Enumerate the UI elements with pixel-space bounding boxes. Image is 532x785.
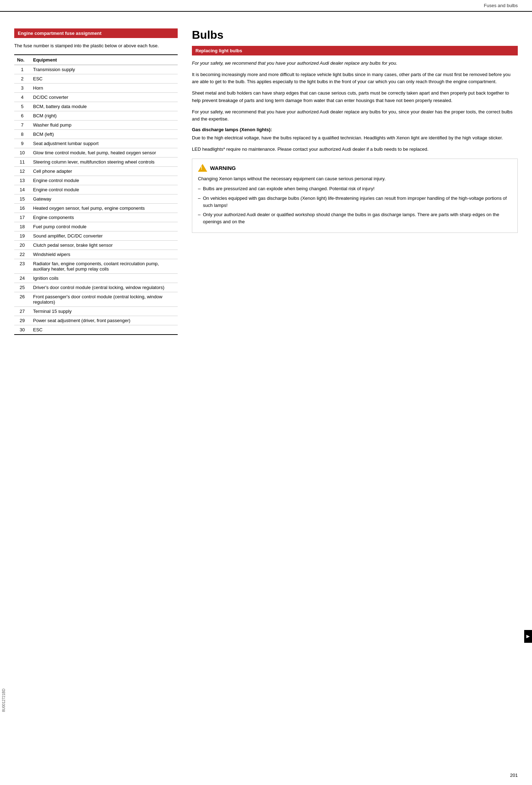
engine-compartment-heading: Engine compartment fuse assignment bbox=[14, 28, 178, 38]
table-header-equipment: Equipment bbox=[30, 55, 178, 65]
fuse-no: 14 bbox=[14, 185, 30, 194]
page-header-title: Fuses and bulbs bbox=[484, 3, 518, 8]
page-number: 201 bbox=[510, 773, 518, 778]
table-row: 20Clutch pedal sensor, brake light senso… bbox=[14, 240, 178, 250]
fuse-equipment: Engine control module bbox=[30, 185, 178, 194]
bulbs-title: Bulbs bbox=[192, 28, 518, 42]
fuse-no: 11 bbox=[14, 157, 30, 166]
fuse-no: 20 bbox=[14, 240, 30, 250]
replacing-heading: Replacing light bulbs bbox=[192, 46, 518, 55]
fuse-no: 5 bbox=[14, 102, 30, 111]
warning-box: WARNING Changing Xenon lamps without the… bbox=[192, 159, 518, 233]
fuse-equipment: Terminal 15 supply bbox=[30, 306, 178, 316]
fuse-equipment: Washer fluid pump bbox=[30, 120, 178, 129]
fuse-equipment: BCM, battery data module bbox=[30, 102, 178, 111]
fuse-no: 4 bbox=[14, 92, 30, 102]
table-row: 24Ignition coils bbox=[14, 273, 178, 283]
fuse-equipment: ESC bbox=[30, 74, 178, 83]
warning-triangle-icon bbox=[198, 164, 207, 172]
table-row: 16Heated oxygen sensor, fuel pump, engin… bbox=[14, 203, 178, 213]
table-row: 26Front passenger's door control module … bbox=[14, 292, 178, 306]
table-header-no: No. bbox=[14, 55, 30, 65]
table-row: 22Windshield wipers bbox=[14, 250, 178, 259]
fuse-equipment: Driver's door control module (central lo… bbox=[30, 283, 178, 292]
fuse-equipment: Gateway bbox=[30, 194, 178, 203]
table-row: 9Seat adjustment lumbar support bbox=[14, 139, 178, 148]
fuse-equipment: Ignition coils bbox=[30, 273, 178, 283]
para5: LED headlights* require no maintenance. … bbox=[192, 146, 518, 153]
warning-text: Changing Xenon lamps without the necessa… bbox=[198, 175, 512, 182]
table-row: 15Gateway bbox=[14, 194, 178, 203]
fuse-equipment: Sound amplifier, DC/DC converter bbox=[30, 231, 178, 240]
para-italic: For your safety, we recommend that you h… bbox=[192, 60, 518, 67]
intro-text: The fuse number is stamped into the plas… bbox=[14, 42, 178, 49]
fuse-equipment: Fuel pump control module bbox=[30, 222, 178, 231]
fuse-no: 7 bbox=[14, 120, 30, 129]
fuse-equipment: Radiator fan, engine components, coolant… bbox=[30, 259, 178, 273]
table-row: 8BCM (left) bbox=[14, 129, 178, 139]
fuse-equipment: Seat adjustment lumbar support bbox=[30, 139, 178, 148]
table-row: 17Engine components bbox=[14, 213, 178, 222]
table-row: 23Radiator fan, engine components, coola… bbox=[14, 259, 178, 273]
fuse-no: 3 bbox=[14, 83, 30, 92]
table-row: 1Transmission supply bbox=[14, 65, 178, 74]
fuse-no: 18 bbox=[14, 222, 30, 231]
fuse-no: 10 bbox=[14, 148, 30, 157]
fuse-no: 9 bbox=[14, 139, 30, 148]
fuse-equipment: BCM (left) bbox=[30, 129, 178, 139]
fuse-no: 1 bbox=[14, 65, 30, 74]
warning-list-item: Only your authorized Audi dealer or qual… bbox=[198, 211, 512, 225]
warning-list-item: On vehicles equipped with gas discharge … bbox=[198, 195, 512, 209]
fuse-no: 8 bbox=[14, 129, 30, 139]
table-row: 18Fuel pump control module bbox=[14, 222, 178, 231]
fuse-equipment: BCM (right) bbox=[30, 111, 178, 120]
side-label: 8U0012721BD bbox=[2, 689, 6, 712]
fuse-no: 17 bbox=[14, 213, 30, 222]
next-page-arrow[interactable]: ► bbox=[524, 630, 532, 643]
table-row: 27Terminal 15 supply bbox=[14, 306, 178, 316]
table-row: 6BCM (right) bbox=[14, 111, 178, 120]
fuse-no: 23 bbox=[14, 259, 30, 273]
fuse-equipment: DC/DC converter bbox=[30, 92, 178, 102]
table-row: 12Cell phone adapter bbox=[14, 166, 178, 176]
warning-list-item: Bulbs are pressurized and can explode wh… bbox=[198, 185, 512, 192]
fuse-equipment: Cell phone adapter bbox=[30, 166, 178, 176]
table-row: 25Driver's door control module (central … bbox=[14, 283, 178, 292]
para3: For your safety, we recommend that you h… bbox=[192, 108, 518, 123]
table-row: 10Glow time control module, fuel pump, h… bbox=[14, 148, 178, 157]
fuse-equipment: Front passenger's door control module (c… bbox=[30, 292, 178, 306]
fuse-no: 13 bbox=[14, 176, 30, 185]
table-row: 11Steering column lever, multifunction s… bbox=[14, 157, 178, 166]
table-row: 5BCM, battery data module bbox=[14, 102, 178, 111]
table-row: 2ESC bbox=[14, 74, 178, 83]
fuse-no: 12 bbox=[14, 166, 30, 176]
fuse-no: 26 bbox=[14, 292, 30, 306]
para1: It is becoming increasingly more and mor… bbox=[192, 71, 518, 85]
table-row: 4DC/DC converter bbox=[14, 92, 178, 102]
fuse-no: 25 bbox=[14, 283, 30, 292]
fuse-no: 19 bbox=[14, 231, 30, 240]
table-row: 30ESC bbox=[14, 325, 178, 335]
fuse-no: 16 bbox=[14, 203, 30, 213]
fuse-no: 27 bbox=[14, 306, 30, 316]
fuse-equipment: Engine components bbox=[30, 213, 178, 222]
fuse-table: No. Equipment 1Transmission supply2ESC3H… bbox=[14, 54, 178, 335]
fuse-equipment: Windshield wipers bbox=[30, 250, 178, 259]
right-column: Bulbs Replacing light bulbs For your saf… bbox=[192, 28, 518, 342]
fuse-equipment: Engine control module bbox=[30, 176, 178, 185]
table-row: 3Horn bbox=[14, 83, 178, 92]
para2: Sheet metal and bulb holders can have sh… bbox=[192, 90, 518, 104]
fuse-no: 6 bbox=[14, 111, 30, 120]
table-row: 7Washer fluid pump bbox=[14, 120, 178, 129]
fuse-equipment: Steering column lever, multifunction ste… bbox=[30, 157, 178, 166]
fuse-no: 29 bbox=[14, 316, 30, 325]
fuse-no: 22 bbox=[14, 250, 30, 259]
table-row: 29Power seat adjustment (driver, front p… bbox=[14, 316, 178, 325]
fuse-equipment: Transmission supply bbox=[30, 65, 178, 74]
table-row: 19Sound amplifier, DC/DC converter bbox=[14, 231, 178, 240]
fuse-equipment: Heated oxygen sensor, fuel pump, engine … bbox=[30, 203, 178, 213]
table-row: 14Engine control module bbox=[14, 185, 178, 194]
fuse-equipment: Power seat adjustment (driver, front pas… bbox=[30, 316, 178, 325]
table-row: 13Engine control module bbox=[14, 176, 178, 185]
warning-header: WARNING bbox=[198, 164, 512, 172]
